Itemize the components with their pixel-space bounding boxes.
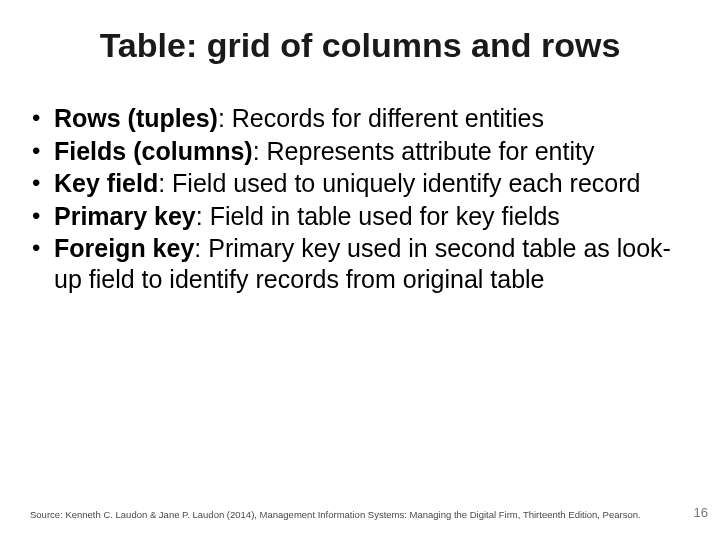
list-item: Rows (tuples): Records for different ent… — [28, 103, 692, 134]
term: Key field — [54, 169, 158, 197]
desc: : Field in table used for key fields — [196, 202, 560, 230]
desc: : Field used to uniquely identify each r… — [158, 169, 640, 197]
term: Rows (tuples) — [54, 104, 218, 132]
source-citation: Source: Kenneth C. Laudon & Jane P. Laud… — [30, 509, 670, 520]
slide: Table: grid of columns and rows Rows (tu… — [0, 0, 720, 540]
list-item: Fields (columns): Represents attribute f… — [28, 136, 692, 167]
term: Foreign key — [54, 234, 194, 262]
desc: : Records for different entities — [218, 104, 544, 132]
bullet-list: Rows (tuples): Records for different ent… — [28, 103, 692, 294]
list-item: Foreign key: Primary key used in second … — [28, 233, 692, 294]
list-item: Key field: Field used to uniquely identi… — [28, 168, 692, 199]
page-number: 16 — [694, 505, 708, 520]
desc: : Represents attribute for entity — [253, 137, 595, 165]
term: Fields (columns) — [54, 137, 253, 165]
term: Primary key — [54, 202, 196, 230]
slide-title: Table: grid of columns and rows — [0, 0, 720, 73]
list-item: Primary key: Field in table used for key… — [28, 201, 692, 232]
slide-content: Rows (tuples): Records for different ent… — [0, 73, 720, 294]
